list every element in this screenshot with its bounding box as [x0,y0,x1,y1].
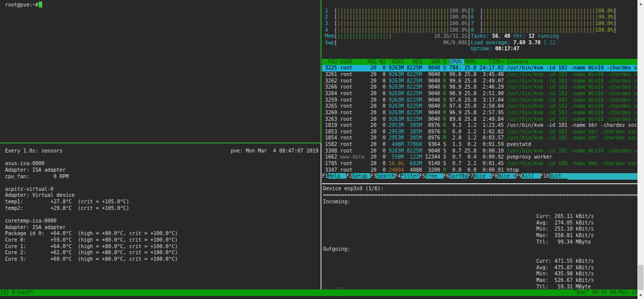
process-row[interactable]: 3259 root 20 0 9263M 8225M 9040 R 97.6 2… [322,97,637,104]
col-cpu: 89.6 [449,116,464,122]
fkey-action-label[interactable]: Nice + [498,173,516,179]
sensors-pane[interactable]: Every 1.0s: sensors pve: Mon Mar 4 08:47… [0,143,320,289]
process-row[interactable]: 3266 root 20 0 9263M 8225M 9040 R 98.9 2… [322,84,637,91]
process-row[interactable]: 3265 root 20 0 9263M 8225M 9040 R 97.6 2… [322,103,637,110]
fkey-number[interactable]: F6 [443,173,449,179]
fkey-quit[interactable]: F10Quit [540,173,568,180]
process-row[interactable]: 1819 root 20 0 2953M 385M 8976 R 9.3 1.2… [322,122,637,129]
col-mem: 25.8 [464,84,479,90]
meter-pipes: |||||||||||||||||||||||||||||||||||| [486,8,595,14]
col-pri: 20 [367,129,379,134]
col-virt: 9263M [388,91,407,96]
process-row[interactable]: 1662 www-data 20 0 558M 122M 12344 S 0.7… [322,154,637,161]
col-ni: 0 [379,84,388,90]
process-row[interactable]: 3262 root 20 0 9263M 8225M 9040 R 99.6 2… [322,78,637,85]
process-row[interactable]: 3261 root 20 0 9263M 8225M 9040 R 99.6 2… [322,71,637,78]
fkey-setup[interactable]: F2Setup [346,173,370,180]
meter-pipes: |||||||||||||||||||||||||||||||||||| [340,14,449,20]
process-row[interactable]: 1854 root 20 0 2953M 385M 8976 R 2.0 1.2… [322,135,637,141]
process-row[interactable]: 1785 root 20 0 16.9G 682M 9140 S 0.7 2.1… [322,161,637,167]
meter-bracket: ] [467,40,470,45]
col-shr: 9040 [425,148,443,154]
meter-bracket: ] [613,27,616,33]
process-row[interactable]: 3225 root 20 0 9263M 8225M 9040 S 784. 2… [322,65,637,71]
nload-pane[interactable]: Device enp3s0 (1/6): ===================… [322,185,637,289]
col-virt: 9263M [388,71,407,77]
col-pid: 3264 [322,91,340,96]
col-res: 77068 [407,141,425,147]
nload-stat-line: Max: 526.67 kBit/s [536,277,594,284]
nload-stat-line: Avg: 475.87 kBit/s [536,265,594,271]
fkey-kill[interactable]: F9Kill [516,173,540,180]
fkey-tree[interactable]: F5Tree [419,173,443,180]
col-virt: 498M [388,141,407,147]
fkey-number[interactable]: F8 [492,173,498,179]
fkey-number[interactable]: F7 [467,173,473,179]
nload-graph-dots: . ... . [323,284,462,289]
fkey-number[interactable]: F2 [346,173,352,179]
htop-table-header[interactable]: PID USER PRI NI VIRT RES SHR S CPU% MEM%… [322,59,637,65]
col-command: /usr/bin/kvm -id 102 -name Win10 -charde… [507,103,637,109]
bash-pane[interactable]: root@pve:~# [0,0,320,142]
tmux-horizontal-border-active[interactable] [0,142,320,143]
fkey-number[interactable]: F3 [370,173,376,179]
fkey-number[interactable]: F4 [395,173,401,179]
fkey-help[interactable]: F1Help [322,173,346,180]
cpu-meter-4: 4 [|||||||||||||||||||||||||||||||||||||… [325,27,470,34]
fkey-number[interactable]: F9 [516,173,522,179]
col-command: htop [507,167,519,173]
col-pri: 20 [367,97,379,103]
col-command: /usr/bin/kvm -id 102 -name Win10 -charde… [507,148,637,154]
process-row[interactable]: 3347 root 20 0 24804 4088 3200 R 0.0 0.0… [322,167,637,174]
fkey-nice-[interactable]: F7Nice - [467,173,492,180]
window-scrollbar[interactable]: ▲ ▼ [637,0,644,299]
col-res: 8225M [407,65,425,70]
col-ni: 0 [379,103,388,109]
tmux-horizontal-border[interactable] [322,183,637,184]
fkey-action-label[interactable]: SortBy [449,173,467,179]
tmux-vertical-border[interactable] [320,143,321,289]
scrollbar-thumb[interactable] [638,265,643,290]
col-command: /usr/bin/kvm -id 102 -name Win10 -charde… [507,84,637,90]
cpu-meter-1: 1 [|||||||||||||||||||||||||||||||||||||… [325,8,470,15]
scroll-up-icon[interactable]: ▲ [637,0,644,8]
col-user: root [340,65,367,70]
process-row[interactable]: 3264 root 20 0 9263M 8225M 9040 R 98.9 2… [322,91,637,97]
process-row[interactable]: 3308 root 20 0 9263M 8225M 9040 S 0.7 25… [322,148,637,155]
tmux-vertical-border-active[interactable] [320,0,321,143]
fkey-number[interactable]: F10 [540,173,549,179]
fkey-number[interactable]: F1 [322,173,328,179]
col-mem: 0.4 [464,154,479,160]
fkey-action-label[interactable]: Kill [522,173,540,179]
cpu-meter-value: 100.0% [449,27,467,33]
fkey-action-label[interactable]: Search [376,173,394,179]
fkey-sortby[interactable]: F6SortBy [443,173,467,180]
fkey-action-label[interactable]: Nice - [473,173,492,179]
col-time: 0:00.92 [479,154,507,160]
sensors-line: temp2: +29.8°C (crit = +105.0°C) [5,205,320,212]
col-state: R [443,97,449,103]
col-res: 8225M [407,103,425,109]
fkey-nice-[interactable]: F8Nice + [492,173,516,180]
process-row[interactable]: 1853 root 20 0 2953M 385M 8976 R 6.0 1.2… [322,129,637,135]
cpu-meter-row: 4 [|||||||||||||||||||||||||||||||||||||… [322,27,637,34]
fkey-search[interactable]: F3Search [370,173,394,180]
fkey-filter[interactable]: F4Filter [395,173,419,180]
htop-meters: 1 [|||||||||||||||||||||||||||||||||||||… [322,8,637,59]
fkey-action-label[interactable]: Filter [401,173,419,179]
fkey-action-label[interactable]: Setup [352,173,370,179]
process-row[interactable]: 3260 root 20 0 9263M 8225M 9040 R 96.9 2… [322,110,637,116]
load-average: 7.69 [513,40,528,45]
process-row[interactable]: 1582 root 20 0 498M 77068 9364 S 1.3 0.2… [322,141,637,148]
fkey-action-label[interactable]: Tree [425,173,443,179]
fkey-action-label[interactable]: Help [328,173,346,179]
htop-pane[interactable]: 1 [|||||||||||||||||||||||||||||||||||||… [322,0,637,183]
tmux-session-window-label[interactable]: [0] 0:bash* [0,289,33,296]
fkey-number[interactable]: F5 [419,173,425,179]
col-time: 2:57.95 [479,110,507,115]
col-ni: 0 [379,97,388,103]
col-state: S [443,161,449,166]
fkey-action-label[interactable]: Quit [549,173,568,179]
process-row[interactable]: 3263 root 20 0 9263M 8225M 9040 R 89.6 2… [322,116,637,123]
scroll-down-icon[interactable]: ▼ [637,291,644,299]
